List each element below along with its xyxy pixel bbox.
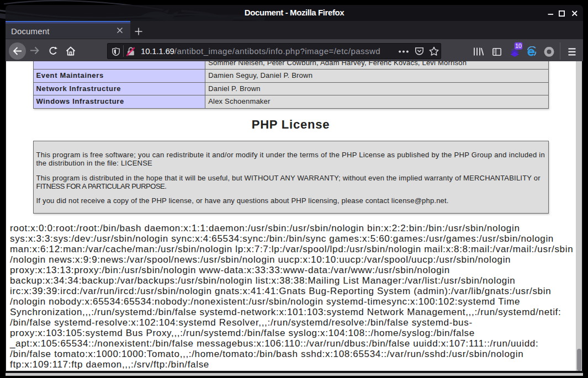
- svg-text:10: 10: [515, 42, 522, 49]
